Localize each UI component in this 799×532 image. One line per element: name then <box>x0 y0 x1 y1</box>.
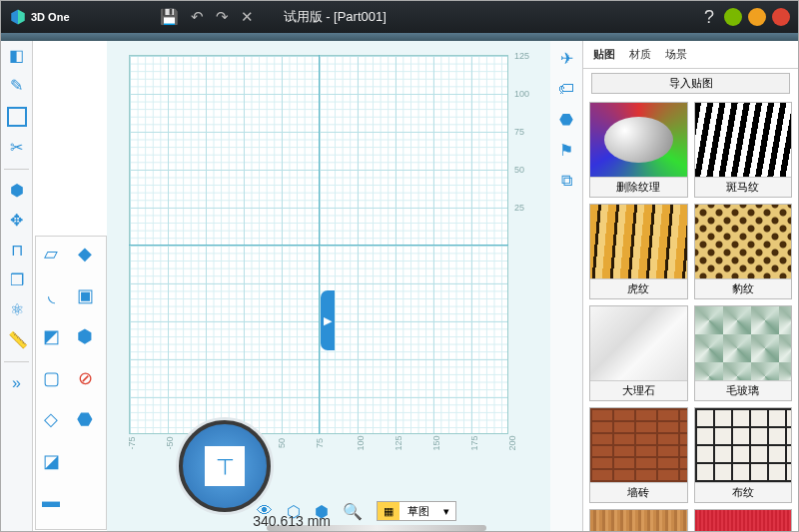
texture-swatch <box>695 306 792 380</box>
close-button[interactable] <box>772 8 790 26</box>
tool-delete[interactable]: ⊘ <box>74 367 96 389</box>
texture-swatch <box>695 205 792 278</box>
panel-tabs: 贴图 材质 场景 <box>583 41 798 69</box>
texture-label: 大理石 <box>590 380 687 400</box>
magnifier[interactable]: ⊥ <box>179 420 271 512</box>
main-area: ◧ ✎ ✂ ⬢ ✥ ⊓ ❒ ⚛ 📏 » ▱◆ ◟▣ ◩⬢ ▢⊘ ◇⬣ ◪ ▬ -… <box>1 41 798 532</box>
close-file-icon[interactable]: ✕ <box>241 8 254 26</box>
move-tool-icon[interactable]: ✥ <box>8 212 26 230</box>
title-bar: 3D One 💾 ↶ ↷ ✕ 试用版 - [Part001] ? <box>1 1 798 33</box>
tag-icon[interactable]: 🏷 <box>558 80 574 98</box>
separator <box>4 361 29 362</box>
texture-label: 布纹 <box>695 482 792 502</box>
chevron-down-icon: ▾ <box>437 502 455 520</box>
minimize-button[interactable] <box>724 8 742 26</box>
save-icon[interactable]: 💾 <box>160 8 179 26</box>
right-toolbar: ✈ 🏷 ⬣ ⚑ ⧉ <box>550 41 582 532</box>
sketch-dropdown[interactable]: ▦ 草图 ▾ <box>377 501 456 521</box>
tool-12[interactable] <box>74 450 96 472</box>
magnet-tool-icon[interactable]: ⊓ <box>8 242 26 260</box>
texture-item[interactable]: 虎纹 <box>589 204 688 299</box>
tool-5[interactable]: ◩ <box>40 325 62 347</box>
texture-item[interactable]: 墙砖 <box>589 407 688 503</box>
origin-icon: ⊥ <box>205 446 245 486</box>
brush-tool-icon[interactable]: ✎ <box>8 77 26 95</box>
tab-material[interactable]: 材质 <box>629 47 651 62</box>
measure-tool-icon[interactable]: 📏 <box>8 331 26 349</box>
tool-13[interactable]: ▬ <box>40 491 62 513</box>
flag-icon[interactable]: ⚑ <box>559 141 573 160</box>
texture-swatch <box>590 408 687 482</box>
texture-label: 虎纹 <box>590 278 687 298</box>
tool-2[interactable]: ◆ <box>74 243 96 265</box>
panel-collapse-handle[interactable]: ▶ <box>321 290 335 350</box>
redo-icon[interactable]: ↷ <box>216 8 229 26</box>
texture-item[interactable]: 大理石 <box>589 305 688 401</box>
app-name: 3D One <box>31 11 70 23</box>
texture-label: 豹纹 <box>695 278 792 298</box>
sub-title-bar <box>1 33 798 41</box>
texture-label: 毛玻璃 <box>695 380 792 400</box>
tool-6[interactable]: ⬢ <box>74 325 96 347</box>
texture-swatch <box>590 510 687 532</box>
texture-swatch <box>590 103 687 177</box>
texture-item[interactable]: 豹纹 <box>694 204 793 299</box>
tab-texture[interactable]: 贴图 <box>593 47 615 62</box>
texture-swatch <box>590 306 687 380</box>
tool-14[interactable] <box>74 491 96 513</box>
tool-9[interactable]: ◇ <box>40 408 62 430</box>
sketch-tool-icon[interactable] <box>7 107 27 127</box>
tab-scene[interactable]: 场景 <box>665 47 687 62</box>
titlebar-actions: 💾 ↶ ↷ ✕ <box>160 8 254 26</box>
tool-10[interactable]: ⬣ <box>74 408 96 430</box>
texture-label: 斑马纹 <box>695 177 792 197</box>
cube-icon[interactable]: ⬣ <box>559 110 573 129</box>
send-icon[interactable]: ✈ <box>560 49 573 68</box>
status-coord: 340.613 mm <box>253 513 331 529</box>
code-icon[interactable]: ⧉ <box>561 172 572 190</box>
texture-grid: 删除纹理斑马纹虎纹豹纹大理石毛玻璃墙砖布纹 <box>583 98 798 532</box>
texture-item[interactable]: 斑马纹 <box>694 102 793 198</box>
texture-item[interactable]: 毛玻璃 <box>694 305 793 401</box>
texture-label: 删除纹理 <box>590 177 687 197</box>
texture-swatch <box>590 205 687 278</box>
atom-tool-icon[interactable]: ⚛ <box>8 301 26 319</box>
tool-flyout: ▱◆ ◟▣ ◩⬢ ▢⊘ ◇⬣ ◪ ▬ <box>35 236 107 530</box>
texture-item[interactable] <box>694 509 793 532</box>
sketch-label: 草图 <box>401 502 435 520</box>
sketch-icon: ▦ <box>378 502 400 520</box>
texture-item[interactable]: 删除纹理 <box>589 102 688 198</box>
window-title: 试用版 - [Part001] <box>284 8 704 26</box>
layer-tool-icon[interactable]: ❒ <box>8 271 26 289</box>
import-texture-button[interactable]: 导入贴图 <box>591 73 790 94</box>
texture-swatch <box>695 103 792 177</box>
tool-11[interactable]: ◪ <box>40 450 62 472</box>
separator <box>4 169 29 170</box>
texture-panel: 贴图 材质 场景 导入贴图 删除纹理斑马纹虎纹豹纹大理石毛玻璃墙砖布纹 <box>582 41 798 532</box>
texture-item[interactable]: 布纹 <box>694 407 793 503</box>
y-axis <box>319 55 320 434</box>
texture-item[interactable] <box>589 509 688 532</box>
window-buttons <box>724 8 790 26</box>
undo-icon[interactable]: ↶ <box>191 8 204 26</box>
texture-label: 墙砖 <box>590 482 687 502</box>
app-logo: 3D One <box>9 8 70 26</box>
left-toolbar: ◧ ✎ ✂ ⬢ ✥ ⊓ ❒ ⚛ 📏 » <box>1 41 33 532</box>
canvas[interactable]: -75-50-252550751001251501752002550751001… <box>107 41 550 532</box>
shape-tool-icon[interactable]: ◧ <box>8 47 26 65</box>
solid-tool-icon[interactable]: ⬢ <box>8 182 26 200</box>
maximize-button[interactable] <box>748 8 766 26</box>
texture-swatch <box>695 408 792 482</box>
tool-3[interactable]: ◟ <box>40 284 62 306</box>
logo-icon <box>9 8 27 26</box>
texture-swatch <box>695 510 792 532</box>
more-tools-icon[interactable]: » <box>8 374 26 392</box>
edit-tool-icon[interactable]: ✂ <box>8 139 26 157</box>
tool-4[interactable]: ▣ <box>74 284 96 306</box>
help-icon[interactable]: ? <box>704 7 714 28</box>
tool-1[interactable]: ▱ <box>40 243 62 265</box>
tool-7[interactable]: ▢ <box>40 367 62 389</box>
zoom-icon[interactable]: 🔍 <box>343 502 363 521</box>
